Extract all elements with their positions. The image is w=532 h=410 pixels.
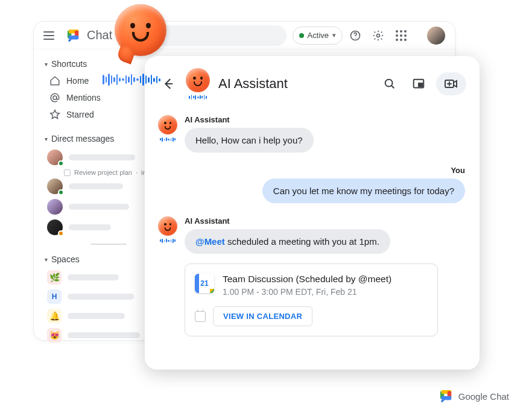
- sender-avatar: [158, 216, 177, 336]
- svg-point-7: [53, 96, 57, 99]
- svg-point-6: [377, 34, 380, 37]
- status-dot-active: [299, 33, 304, 38]
- view-in-calendar-button[interactable]: VIEW IN CALENDAR: [213, 306, 312, 326]
- svg-point-5: [355, 37, 355, 38]
- svg-rect-15: [442, 396, 452, 400]
- calendar-outline-icon: [195, 311, 206, 322]
- settings-button[interactable]: [368, 25, 388, 46]
- svg-rect-10: [419, 83, 422, 87]
- account-avatar[interactable]: [427, 27, 445, 45]
- meeting-time: 1.00 PM - 3:00 PM EDT, Fri, Feb 21: [223, 287, 391, 297]
- pop-out-button[interactable]: [407, 72, 430, 95]
- back-button[interactable]: [158, 74, 177, 93]
- sender-name: AI Assistant: [185, 216, 466, 226]
- google-chat-logo-icon: [66, 29, 81, 42]
- calendar-mini-icon: [64, 169, 71, 176]
- home-icon: [49, 75, 60, 86]
- status-selector[interactable]: Active ▾: [293, 27, 343, 45]
- conversation-panel: AI Assistant AI Assistant Hello, How can…: [145, 56, 480, 370]
- message-ai-2: AI Assistant @Meet scheduled a meeting w…: [158, 216, 466, 336]
- ai-assistant-avatar-large: [115, 4, 170, 60]
- apps-button[interactable]: [391, 25, 411, 46]
- chevron-down-icon: ▾: [332, 31, 336, 39]
- conversation-avatar: [186, 68, 210, 99]
- chat-header: Chat Active ▾: [34, 22, 455, 49]
- meeting-card: 21 Team Discussion (Scheduled by @meet) …: [185, 263, 438, 336]
- svg-rect-3: [69, 36, 79, 39]
- message-bubble: Hello, How can i help you?: [185, 128, 314, 153]
- google-chat-branding: Google Chat: [439, 390, 509, 403]
- video-call-button[interactable]: [436, 72, 466, 95]
- status-label: Active: [308, 31, 329, 40]
- message-bubble: Can you let me know my meetings for toda…: [262, 178, 465, 203]
- main-menu-icon[interactable]: [43, 28, 58, 43]
- sender-name: AI Assistant: [185, 115, 466, 124]
- sound-wave-graphic: [103, 74, 160, 86]
- app-title: Chat: [87, 28, 112, 42]
- conversation-header: AI Assistant: [158, 68, 466, 99]
- search-in-chat-button[interactable]: [378, 72, 401, 95]
- conversation-title: AI Assistant: [218, 76, 288, 92]
- meeting-title: Team Discussion (Scheduled by @meet): [223, 274, 391, 285]
- message-ai-1: AI Assistant Hello, How can i help you?: [158, 115, 466, 153]
- help-button[interactable]: [345, 25, 366, 46]
- brand-text: Google Chat: [458, 391, 509, 402]
- sender-name: You: [451, 166, 465, 175]
- caret-down-icon: ▾: [45, 136, 48, 142]
- sidebar-divider: [90, 244, 127, 245]
- message-thread: AI Assistant Hello, How can i help you? …: [158, 115, 466, 336]
- mention-icon: [49, 92, 60, 103]
- meet-mention[interactable]: @Meet: [195, 236, 225, 247]
- apps-grid-icon: [396, 30, 407, 41]
- message-user-1: You Can you let me know my meetings for …: [158, 166, 466, 203]
- caret-down-icon: ▾: [45, 61, 48, 68]
- svg-point-8: [385, 80, 393, 87]
- sender-avatar: [158, 115, 177, 153]
- google-calendar-icon: 21: [195, 274, 214, 293]
- message-bubble: @Meet scheduled a meeting with you at 1p…: [185, 229, 390, 254]
- star-icon: [49, 109, 60, 120]
- caret-down-icon: ▾: [45, 256, 48, 263]
- wave-indicator-icon: [189, 95, 206, 99]
- google-chat-logo-icon: [439, 390, 454, 403]
